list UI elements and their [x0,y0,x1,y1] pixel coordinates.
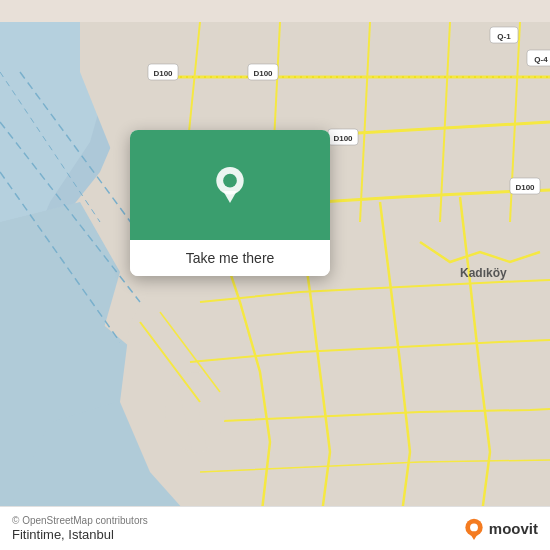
svg-point-37 [223,174,237,188]
map-container: D100 D100 D100 D100 Q-1 Q-4 Kadıköy [0,0,550,550]
location-card: Take me there [130,130,330,276]
svg-text:Kadıköy: Kadıköy [460,266,507,280]
take-me-there-button[interactable]: Take me there [130,240,330,276]
location-info: Fitintime, Istanbul [12,527,148,542]
card-map-area [130,130,330,240]
svg-text:D100: D100 [515,183,535,192]
svg-text:D100: D100 [253,69,273,78]
svg-text:D100: D100 [153,69,173,78]
svg-point-40 [470,523,478,531]
svg-text:Q-4: Q-4 [534,55,548,64]
svg-marker-41 [470,533,478,539]
svg-text:D100: D100 [333,134,353,143]
bottom-bar: © OpenStreetMap contributors Fitintime, … [0,506,550,550]
svg-marker-38 [223,191,237,203]
map-attribution: © OpenStreetMap contributors [12,515,148,526]
moovit-text: moovit [489,520,538,537]
moovit-icon [463,518,485,540]
svg-text:Q-1: Q-1 [497,32,511,41]
moovit-logo: moovit [463,518,538,540]
location-pin-icon [212,167,248,203]
